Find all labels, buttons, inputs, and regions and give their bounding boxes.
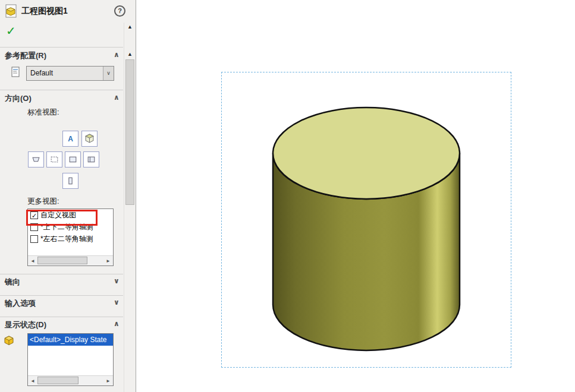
configuration-icon: [10, 65, 21, 80]
dropdown-arrow-icon[interactable]: ∨: [103, 67, 114, 80]
section-header-input-options[interactable]: 输入选项: [5, 298, 36, 309]
section-header-mirror[interactable]: 镜向: [5, 277, 20, 287]
scrollbar-track[interactable]: [37, 376, 103, 385]
trapezoid-view-icon: [31, 154, 41, 165]
top-view-button[interactable]: [28, 151, 44, 167]
chevron-down-icon[interactable]: ∨: [114, 298, 120, 306]
cube-icon: [84, 134, 95, 144]
side-view-button[interactable]: [83, 151, 99, 167]
property-manager-panel: 工程图视图1 ? ✓ 参考配置(R) ∧ Default ∨ 方向(O) ∧ 标…: [0, 0, 136, 392]
drawing-view-icon: [5, 4, 18, 18]
more-views-label: 更多视图:: [27, 197, 59, 207]
checkbox-checked-icon[interactable]: ✓: [30, 211, 38, 219]
divider: [0, 90, 123, 90]
scroll-up-icon[interactable]: ▲: [124, 24, 136, 30]
drawing-view-selection-box[interactable]: [221, 72, 511, 368]
isometric-view-button[interactable]: [81, 131, 98, 147]
scrollbar-thumb[interactable]: [37, 377, 78, 384]
divider: [0, 317, 123, 317]
section-header-display-state[interactable]: 显示状态(D): [5, 320, 46, 330]
scroll-left-icon[interactable]: ◄: [28, 256, 37, 265]
display-state-part-icon: [3, 335, 15, 347]
scroll-right-icon[interactable]: ►: [103, 376, 113, 385]
chevron-down-icon[interactable]: ∨: [114, 277, 120, 285]
panel-vertical-scrollbar[interactable]: ▲ ▲: [124, 23, 136, 392]
divider: [0, 47, 123, 48]
display-state-item-selected[interactable]: <Default>_Display State: [28, 334, 113, 346]
display-state-listbox: <Default>_Display State ◄ ►: [27, 333, 114, 386]
scrollbar-track[interactable]: [37, 256, 103, 265]
scroll-right-icon[interactable]: ►: [103, 256, 113, 265]
view-a-icon: A: [68, 135, 73, 143]
panel-title: 工程图视图1: [21, 6, 68, 17]
help-icon[interactable]: ?: [114, 5, 125, 17]
right-view-button[interactable]: [62, 173, 78, 189]
configuration-dropdown[interactable]: Default ∨: [26, 66, 114, 81]
list-item-label: *上下二等角轴测: [40, 222, 93, 232]
dashed-rect-view-icon: [49, 154, 59, 165]
cylinder-top-face: [273, 108, 460, 199]
list-item-dimetric-2[interactable]: *左右二等角轴测: [28, 233, 113, 245]
solidworks-window: 工程图视图1 ? ✓ 参考配置(R) ∧ Default ∨ 方向(O) ∧ 标…: [0, 0, 575, 392]
annotation-view-button[interactable]: A: [62, 131, 78, 147]
list-item-custom-view[interactable]: ✓ 自定义视图: [28, 209, 113, 221]
list-item-label: *左右二等角轴测: [40, 234, 93, 244]
scrollbar-thumb[interactable]: [37, 257, 87, 264]
divider: [0, 295, 123, 296]
more-views-listbox: ✓ 自定义视图 *上下二等角轴测 *左右二等角轴测 ◄ ►: [27, 208, 114, 266]
horizontal-scrollbar[interactable]: ◄ ►: [28, 375, 113, 385]
divider: [0, 274, 123, 274]
cylinder-model: [222, 72, 512, 368]
checkbox-unchecked-icon[interactable]: [30, 235, 38, 243]
front-view-button[interactable]: [65, 151, 81, 167]
checkbox-unchecked-icon[interactable]: [30, 223, 38, 231]
hidden-view-button[interactable]: [46, 151, 62, 167]
chevron-up-icon[interactable]: ∧: [114, 50, 120, 59]
configuration-dropdown-value: Default: [27, 67, 114, 77]
section-header-orientation[interactable]: 方向(O): [5, 93, 32, 104]
standard-views-label: 标准视图:: [27, 108, 59, 118]
split-rect-view-icon: [86, 154, 96, 165]
scroll-left-icon[interactable]: ◄: [28, 376, 37, 385]
ok-check-icon[interactable]: ✓: [6, 24, 16, 38]
scrollbar-thumb[interactable]: [125, 59, 134, 205]
chevron-up-icon[interactable]: ∧: [114, 320, 120, 328]
list-item-label: 自定义视图: [40, 210, 76, 220]
scroll-up-icon[interactable]: ▲: [124, 51, 136, 57]
horizontal-scrollbar[interactable]: ◄ ►: [28, 255, 113, 265]
section-header-reference-config[interactable]: 参考配置(R): [5, 50, 46, 61]
chevron-up-icon[interactable]: ∧: [114, 93, 120, 102]
tall-rect-view-icon: [65, 176, 76, 186]
rect-view-icon: [68, 154, 78, 165]
list-item-dimetric-1[interactable]: *上下二等角轴测: [28, 221, 113, 233]
drawing-graphics-area[interactable]: [136, 0, 575, 392]
